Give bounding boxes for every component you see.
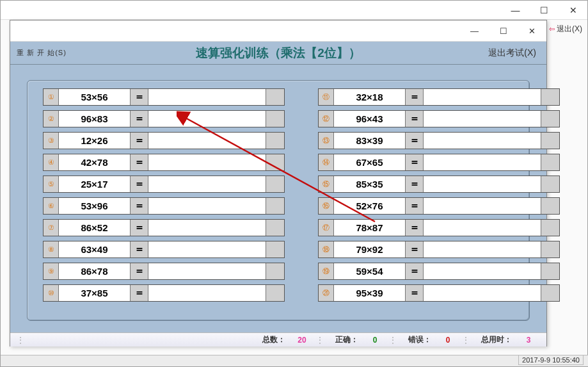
problem-number: ⑳ — [319, 285, 334, 301]
time-value: 3 — [516, 336, 541, 345]
problem-row: ⑮85×35＝ — [318, 175, 560, 193]
answer-input[interactable] — [424, 241, 541, 257]
outer-maximize-button[interactable]: ☐ — [530, 1, 559, 19]
total-label: 总数： — [262, 334, 285, 345]
restart-button[interactable]: 重 新 开 始(S) — [17, 48, 67, 58]
problem-action-button[interactable] — [266, 220, 284, 236]
problem-row: ⑪32×18＝ — [318, 88, 560, 106]
problem-row: ⑱79×92＝ — [318, 241, 560, 258]
exit-exam-button[interactable]: 退出考试(X) — [488, 47, 536, 59]
answer-input[interactable] — [424, 285, 541, 301]
answer-input[interactable] — [148, 220, 266, 236]
inner-close-button[interactable]: ✕ — [518, 21, 546, 40]
problem-number: ⑱ — [319, 241, 334, 257]
equals-label: ＝ — [406, 263, 424, 279]
answer-input[interactable] — [148, 176, 266, 192]
problem-expression: 83×39 — [334, 133, 406, 149]
answer-input[interactable] — [148, 154, 266, 170]
problem-action-button[interactable] — [266, 241, 284, 257]
answer-input[interactable] — [148, 89, 266, 105]
problem-expression: 59×54 — [334, 263, 406, 279]
correct-label: 正确： — [335, 334, 358, 345]
problem-action-button[interactable] — [541, 241, 559, 257]
problem-action-button[interactable] — [266, 285, 284, 301]
problem-number: ⑪ — [319, 89, 334, 105]
equals-label: ＝ — [131, 241, 148, 257]
outer-minimize-button[interactable]: — — [501, 1, 530, 19]
equals-label: ＝ — [131, 133, 148, 149]
problem-action-button[interactable] — [541, 198, 559, 214]
status-bar: ⋮ 总数： 20 ⋮ 正确： 0 ⋮ 错误： 0 ⋮ 总用时： 3 — [10, 332, 546, 347]
problem-number: ⑮ — [319, 176, 334, 192]
problem-action-button[interactable] — [541, 220, 559, 236]
app-title: 速算强化训练（乘法【2位】） — [10, 45, 546, 61]
problem-expression: 79×92 — [334, 241, 406, 257]
problem-row: ⑯52×76＝ — [318, 197, 560, 215]
problem-expression: 25×17 — [59, 176, 131, 192]
equals-label: ＝ — [406, 89, 424, 105]
problem-action-button[interactable] — [541, 263, 559, 279]
answer-input[interactable] — [424, 220, 541, 236]
problem-number: ⑰ — [319, 220, 334, 236]
answer-input[interactable] — [424, 111, 541, 127]
problem-expression: 85×35 — [334, 176, 406, 192]
answer-input[interactable] — [424, 154, 541, 170]
answer-input[interactable] — [148, 198, 266, 214]
answer-input[interactable] — [424, 176, 541, 192]
inner-minimize-button[interactable]: — — [460, 21, 489, 40]
problem-row: ⑰78×87＝ — [318, 219, 560, 236]
problem-expression: 63×49 — [59, 241, 131, 257]
problem-number: ⑯ — [319, 198, 334, 214]
problem-expression: 52×76 — [334, 198, 406, 214]
problem-number: ⑩ — [44, 285, 59, 301]
problem-action-button[interactable] — [266, 133, 284, 149]
equals-label: ＝ — [131, 220, 148, 236]
answer-input[interactable] — [148, 111, 266, 127]
equals-label: ＝ — [406, 154, 424, 170]
answer-input[interactable] — [424, 133, 541, 149]
problem-action-button[interactable] — [266, 198, 284, 214]
problem-action-button[interactable] — [541, 285, 559, 301]
exit-app-button[interactable]: ⇦ 退出(X) — [545, 22, 586, 37]
problem-expression: 12×26 — [59, 133, 131, 149]
right-column: ⑪32×18＝⑫96×43＝⑬83×39＝⑭67×65＝⑮85×35＝⑯52×7… — [318, 88, 560, 313]
system-clock: 2017-9-9 10:55:40 — [518, 355, 584, 365]
equals-label: ＝ — [131, 89, 148, 105]
problem-action-button[interactable] — [266, 154, 284, 170]
equals-label: ＝ — [406, 285, 424, 301]
problem-row: ⑦86×52＝ — [43, 219, 285, 236]
equals-label: ＝ — [406, 133, 424, 149]
wrong-label: 错误： — [408, 334, 431, 345]
problem-row: ①53×56＝ — [43, 88, 285, 106]
problem-action-button[interactable] — [541, 176, 559, 192]
equals-label: ＝ — [406, 198, 424, 214]
problem-number: ⑥ — [44, 198, 59, 214]
answer-input[interactable] — [148, 133, 266, 149]
problem-action-button[interactable] — [541, 89, 559, 105]
answer-input[interactable] — [148, 263, 266, 279]
problem-action-button[interactable] — [266, 111, 284, 127]
problem-action-button[interactable] — [266, 263, 284, 279]
problem-expression: 32×18 — [334, 89, 406, 105]
answer-input[interactable] — [148, 241, 266, 257]
problem-row: ⑩37×85＝ — [43, 284, 285, 302]
problem-action-button[interactable] — [541, 133, 559, 149]
outer-close-button[interactable]: ✕ — [559, 1, 587, 19]
problem-row: ⑭67×65＝ — [318, 154, 560, 171]
answer-input[interactable] — [424, 89, 541, 105]
problem-action-button[interactable] — [266, 89, 284, 105]
problem-number: ⑲ — [319, 263, 334, 279]
answer-input[interactable] — [424, 263, 541, 279]
problem-action-button[interactable] — [541, 154, 559, 170]
problem-action-button[interactable] — [541, 111, 559, 127]
problem-expression: 86×78 — [59, 263, 131, 279]
problem-number: ⑨ — [44, 263, 59, 279]
problem-action-button[interactable] — [266, 176, 284, 192]
problem-row: ⑲59×54＝ — [318, 263, 560, 280]
answer-input[interactable] — [148, 285, 266, 301]
inner-maximize-button[interactable]: ☐ — [489, 21, 518, 40]
problem-number: ④ — [44, 154, 59, 170]
answer-input[interactable] — [424, 198, 541, 214]
problem-row: ⑥53×96＝ — [43, 197, 285, 215]
problem-number: ⑦ — [44, 220, 59, 236]
